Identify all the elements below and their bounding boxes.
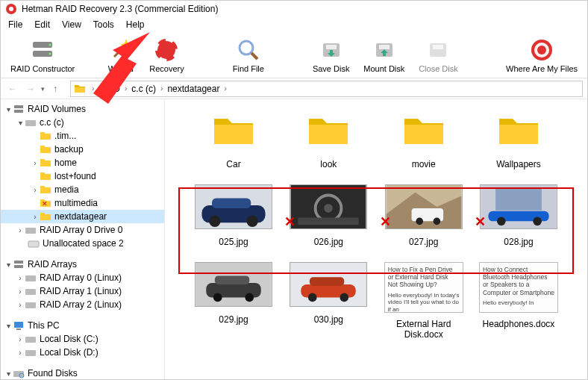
svg-point-49	[325, 204, 334, 213]
raid-constructor-button[interactable]: RAID Constructor	[4, 36, 81, 75]
svg-rect-30	[14, 265, 23, 268]
file-label: movie	[412, 159, 436, 169]
raid-constructor-label: RAID Constructor	[10, 64, 75, 73]
tree-ra0[interactable]: ›RAID Array 0 (Linux)	[1, 271, 164, 284]
menu-file[interactable]: File	[2, 18, 28, 31]
tree-media[interactable]: ›media	[1, 183, 164, 196]
tree-this-pc[interactable]: ▾This PC	[1, 319, 164, 332]
wizard-button[interactable]: Wizard	[99, 36, 143, 75]
tree-raid-arrays[interactable]: ▾RAID Arrays	[1, 258, 164, 271]
breadcrumb[interactable]: › RAID › c.c (c) › nextdatagear ›	[70, 81, 583, 97]
svg-rect-24	[14, 110, 23, 113]
find-file-button[interactable]: Find File	[225, 36, 271, 75]
tree-raid-arr0-d0[interactable]: ›RAID Array 0 Drive 0	[1, 223, 164, 237]
svg-point-8	[155, 39, 178, 61]
svg-point-22	[537, 46, 546, 54]
folder-car[interactable]: Car	[189, 114, 278, 169]
svg-rect-28	[28, 241, 39, 247]
svg-point-45	[246, 216, 257, 227]
image-029[interactable]: 029.jpg	[189, 262, 278, 340]
folder-icon	[40, 170, 51, 182]
menu-help[interactable]: Help	[120, 18, 151, 31]
image-027[interactable]: ✕ 027.jpg	[379, 184, 469, 247]
close-disk-icon	[425, 37, 451, 63]
tree-unallocated[interactable]: Unallocated space 2	[1, 237, 164, 250]
file-label: Wallpapers	[496, 159, 541, 169]
svg-point-60	[533, 217, 542, 226]
recovery-icon	[154, 37, 179, 63]
disk-icon	[25, 285, 37, 297]
tree-lostfound[interactable]: lost+found	[1, 169, 164, 183]
where-files-button[interactable]: Where Are My Files	[499, 36, 584, 75]
crumb-volume[interactable]: c.c (c)	[130, 84, 157, 94]
save-disk-button[interactable]: Save Disk	[305, 36, 356, 75]
tree-pane: ▾RAID Volumes ▾c.c (c) .tim... backup ›h…	[1, 99, 165, 380]
image-030[interactable]: 030.jpg	[284, 262, 373, 340]
tree-cc[interactable]: ▾c.c (c)	[1, 116, 164, 129]
svg-point-69	[340, 293, 349, 302]
svg-point-54	[416, 218, 423, 225]
tree-ra2[interactable]: ›RAID Array 2 (Linux)	[1, 298, 164, 311]
crumb-folder[interactable]: nextdatagear	[166, 84, 221, 94]
recovery-button[interactable]: Recovery	[143, 36, 191, 75]
menu-tools[interactable]: Tools	[87, 18, 120, 31]
nav-back-button[interactable]: ←	[5, 81, 20, 96]
doc-headphones[interactable]: How to Connect Bluetooth Headphones or S…	[474, 262, 563, 340]
tree-backup[interactable]: backup	[1, 143, 164, 156]
image-thumbnail	[195, 184, 272, 229]
tree-timeshift[interactable]: .tim...	[1, 129, 164, 143]
folder-icon: ✕	[40, 197, 51, 209]
svg-rect-70	[310, 277, 344, 286]
recovery-label: Recovery	[149, 64, 184, 73]
tree-local-d[interactable]: ›Local Disk (D:)	[1, 346, 164, 359]
folder-icon	[40, 130, 51, 142]
raid-icon	[13, 103, 25, 115]
nav-forward-button[interactable]: →	[23, 81, 38, 96]
folder-icon	[40, 184, 51, 196]
file-label: look	[320, 159, 337, 169]
nav-up-button[interactable]: ↑	[48, 81, 63, 96]
svg-point-10	[240, 41, 253, 54]
folder-look[interactable]: look	[284, 114, 373, 169]
toolbar: RAID Constructor Wizard Recovery Find Fi…	[1, 32, 587, 78]
app-icon	[5, 3, 17, 15]
tree-found-disks[interactable]: ▾Found Disks	[1, 367, 164, 380]
svg-rect-32	[25, 289, 36, 295]
image-025[interactable]: 025.jpg	[189, 184, 278, 247]
svg-rect-38	[13, 371, 24, 377]
tree-ra1[interactable]: ›RAID Array 1 (Linux)	[1, 284, 164, 298]
deleted-x-icon: ✕	[380, 214, 391, 230]
crumb-raid[interactable]: RAID	[97, 84, 122, 94]
disk-icon	[25, 346, 37, 358]
menu-edit[interactable]: Edit	[28, 18, 56, 31]
menu-view[interactable]: View	[56, 18, 87, 31]
tree-nextdatagear[interactable]: ›nextdatagear	[1, 210, 164, 223]
tree-multimedia[interactable]: ✕multimedia	[1, 196, 164, 210]
svg-point-63	[213, 293, 222, 302]
svg-point-5	[49, 52, 51, 54]
svg-rect-46	[212, 198, 251, 208]
where-files-icon	[529, 37, 554, 63]
tree-home[interactable]: ›home	[1, 156, 164, 169]
image-026[interactable]: ✕ 026.jpg	[284, 184, 373, 247]
svg-point-68	[308, 293, 317, 302]
deleted-x-icon: ✕	[284, 214, 295, 230]
folder-wallpapers[interactable]: Wallpapers	[474, 114, 563, 169]
computer-icon	[13, 320, 25, 331]
folder-movie[interactable]: movie	[379, 114, 469, 169]
image-028[interactable]: ✕ 028.jpg	[474, 184, 563, 247]
close-disk-button[interactable]: Close Disk	[412, 36, 465, 75]
tree-local-c[interactable]: ›Local Disk (C:)	[1, 332, 164, 346]
history-dropdown[interactable]: ▾	[41, 85, 45, 93]
tree-raid-volumes[interactable]: ▾RAID Volumes	[1, 102, 164, 116]
file-label: 027.jpg	[409, 237, 438, 247]
mount-disk-button[interactable]: Mount Disk	[357, 36, 412, 75]
svg-point-44	[209, 216, 220, 227]
find-file-icon	[236, 37, 261, 63]
window-title: Hetman RAID Recovery 2.3 (Commercial Edi…	[22, 4, 218, 14]
svg-rect-13	[326, 45, 337, 49]
where-files-label: Where Are My Files	[506, 64, 578, 73]
document-thumbnail: How to Connect Bluetooth Headphones or S…	[479, 262, 558, 313]
doc-external-hard-disk[interactable]: How to Fix a Pen Drive or External Hard …	[379, 262, 469, 340]
svg-point-1	[9, 7, 13, 11]
